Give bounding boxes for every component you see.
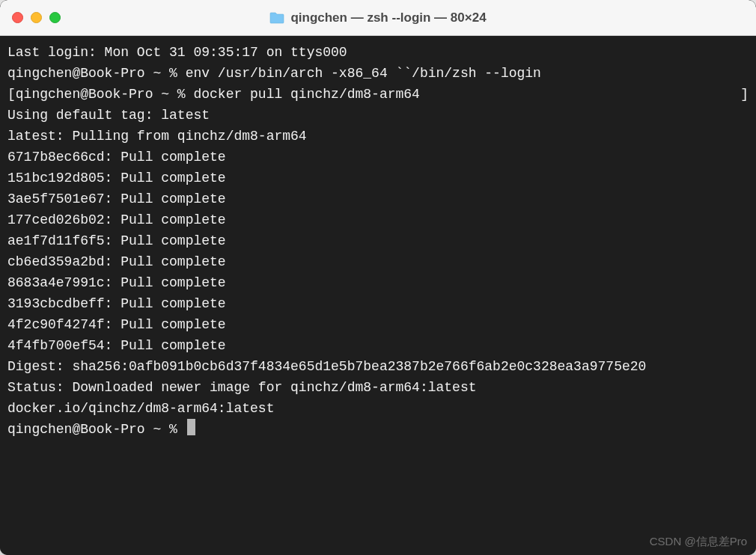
prompt-line: qingchen@Book-Pro ~ % <box>7 419 749 440</box>
folder-icon <box>269 12 284 24</box>
output-line: ae1f7d11f6f5: Pull complete <box>7 230 749 251</box>
output-line: 151bc192d805: Pull complete <box>7 168 749 188</box>
output-line: 8683a4e7991c: Pull complete <box>7 272 749 293</box>
window-title: qingchen — zsh --login — 80×24 <box>290 10 486 25</box>
maximize-button[interactable] <box>49 12 61 23</box>
title-wrap: qingchen — zsh --login — 80×24 <box>12 10 744 25</box>
output-line: docker.io/qinchz/dm8-arm64:latest <box>7 398 749 419</box>
output-line: 3ae5f7501e67: Pull complete <box>7 188 749 209</box>
output-line: Status: Downloaded newer image for qinch… <box>7 377 749 398</box>
output-line: Using default tag: latest <box>7 105 749 126</box>
traffic-lights <box>12 12 61 23</box>
prompt-line: qingchen@Book-Pro ~ % env /usr/bin/arch … <box>7 63 749 84</box>
output-line: 177ced026b02: Pull complete <box>7 209 749 230</box>
watermark: CSDN @信息差Pro <box>650 535 747 549</box>
bracket-left: [ <box>7 84 16 105</box>
command-text: qingchen@Book-Pro ~ % docker pull qinchz… <box>16 84 740 105</box>
prompt-line: [ qingchen@Book-Pro ~ % docker pull qinc… <box>7 84 749 105</box>
output-line: 4f4fb700ef54: Pull complete <box>7 335 749 356</box>
output-line: 3193cbcdbeff: Pull complete <box>7 293 749 314</box>
output-line: Last login: Mon Oct 31 09:35:17 on ttys0… <box>7 42 749 63</box>
prompt-text: qingchen@Book-Pro ~ % <box>7 422 186 437</box>
titlebar[interactable]: qingchen — zsh --login — 80×24 <box>0 0 756 36</box>
bracket-right: ] <box>740 84 749 105</box>
output-line: Digest: sha256:0afb091b0cb6d37f4834e65d1… <box>7 356 749 377</box>
output-line: 6717b8ec66cd: Pull complete <box>7 147 749 168</box>
output-line: cb6ed359a2bd: Pull complete <box>7 251 749 272</box>
terminal-body[interactable]: Last login: Mon Oct 31 09:35:17 on ttys0… <box>0 36 756 555</box>
close-button[interactable] <box>12 12 23 23</box>
output-line: 4f2c90f4274f: Pull complete <box>7 314 749 335</box>
output-line: latest: Pulling from qinchz/dm8-arm64 <box>7 126 749 147</box>
minimize-button[interactable] <box>31 12 42 23</box>
terminal-window: qingchen — zsh --login — 80×24 Last logi… <box>0 0 756 555</box>
cursor <box>187 419 195 435</box>
